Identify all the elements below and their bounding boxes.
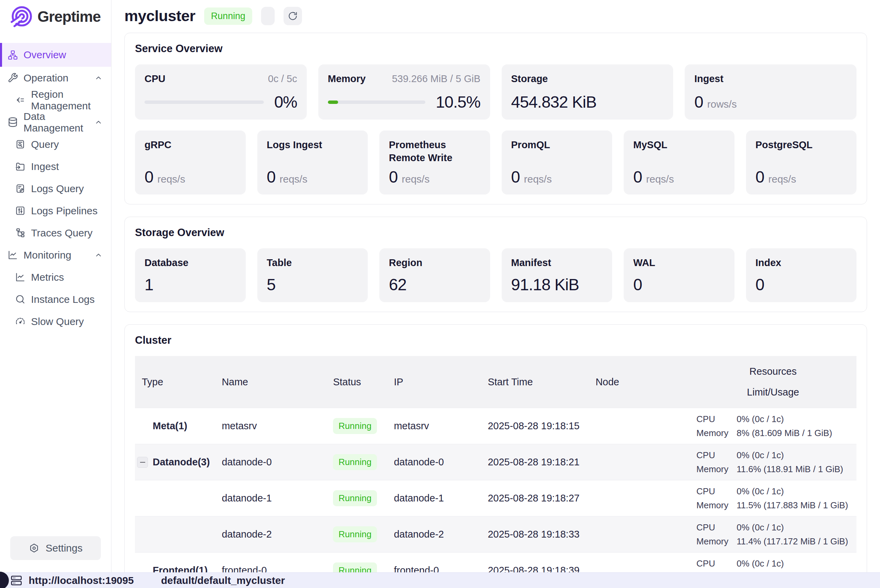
- collapse-button[interactable]: [137, 457, 148, 468]
- service-cards-row-1: CPU 0c / 5c 0% Memory 539.266 MiB / 5 Gi…: [135, 64, 856, 120]
- storage-value: 454.832 KiB: [511, 93, 597, 111]
- res-mem-label: Memory: [696, 464, 736, 474]
- settings-button[interactable]: Settings: [10, 536, 101, 560]
- cell-name: metasrv: [215, 420, 326, 432]
- cell-start-time: 2025-08-28 19:18:15: [481, 420, 589, 432]
- grpc-unit: reqs/s: [158, 173, 185, 184]
- col-limit-usage: Limit/Usage: [747, 387, 799, 398]
- table-row-frontend: Frontend(1) frontend-0 Running frontend-…: [135, 552, 856, 572]
- minus-icon: [140, 462, 145, 463]
- database-icon: [8, 117, 18, 128]
- sidebar-nav: Overview Operation Region Management: [0, 43, 111, 333]
- region-value: 62: [389, 275, 481, 294]
- table-row-datanode-2: datanode-2 Running datanode-2 2025-08-28…: [135, 516, 856, 552]
- service-overview-panel: Service Overview CPU 0c / 5c 0%: [125, 33, 867, 204]
- cpu-card: CPU 0c / 5c 0%: [135, 64, 307, 120]
- status-bar: http://localhost:19095 default/default_m…: [0, 572, 880, 588]
- mysql-label: MySQL: [633, 139, 725, 152]
- promql-value: 0: [511, 168, 520, 186]
- sidebar-item-logs-query[interactable]: Logs Query: [0, 177, 111, 200]
- sidebar-item-metrics[interactable]: Metrics: [0, 266, 111, 288]
- database-label: Database: [144, 256, 236, 270]
- cell-start-time: 2025-08-28 19:18:39: [481, 565, 589, 572]
- res-cpu-value: 0% (0c / 1c): [736, 486, 784, 497]
- database-value: 1: [144, 275, 236, 294]
- cpu-progress-track: [144, 100, 264, 104]
- memory-label: Memory: [328, 73, 366, 86]
- cpu-label: CPU: [144, 73, 165, 86]
- cluster-title: mycluster: [125, 7, 195, 25]
- manifest-label: Manifest: [511, 256, 603, 270]
- cell-resources: CPU0% (0c / 1c) Memory8% (81.609 MiB / 1…: [689, 409, 856, 443]
- cell-resources: CPU0% (0c / 1c) Memory11.6% (118.91 MiB …: [689, 445, 856, 479]
- cluster-action-button[interactable]: [261, 7, 275, 25]
- res-cpu-label: CPU: [696, 486, 736, 497]
- sliders-icon: [15, 206, 26, 216]
- mysql-card: MySQL 0reqs/s: [624, 130, 734, 195]
- region-management-icon: [15, 95, 26, 105]
- sidebar-item-instance-logs[interactable]: Instance Logs: [0, 288, 111, 310]
- sidebar-item-label: Query: [31, 139, 59, 150]
- cell-ip: datanode-2: [387, 529, 481, 540]
- file-edit-icon: [15, 183, 26, 194]
- row-status-badge: Running: [333, 526, 377, 542]
- cpu-percent: 0%: [274, 93, 297, 111]
- service-cards-row-2: gRPC 0reqs/s Logs Ingest 0reqs/s Prometh…: [135, 130, 856, 195]
- res-cpu-value: 0% (0c / 1c): [736, 522, 784, 533]
- col-type: Type: [135, 356, 215, 408]
- greptime-logo[interactable]: Greptime: [0, 0, 111, 33]
- sidebar-item-ingest[interactable]: Ingest: [0, 155, 111, 177]
- cell-type: Meta(1): [135, 420, 215, 432]
- prometheus-remote-write-label: Prometheus Remote Write: [389, 139, 481, 164]
- sidebar-item-region-management[interactable]: Region Management: [0, 89, 111, 111]
- sidebar-item-overview[interactable]: Overview: [0, 43, 111, 67]
- sidebar-item-data-management[interactable]: Data Management: [0, 111, 111, 133]
- sidebar-item-slow-query[interactable]: Slow Query: [0, 310, 111, 333]
- greptime-logo-icon: [10, 6, 33, 28]
- tree-icon: [15, 228, 26, 238]
- sidebar-item-label: Overview: [24, 49, 66, 61]
- logs-ingest-card: Logs Ingest 0reqs/s: [257, 130, 368, 195]
- col-ip: IP: [387, 356, 481, 408]
- search-icon: [15, 294, 26, 304]
- sidebar: Greptime Overview Operation: [0, 0, 111, 572]
- res-mem-label: Memory: [696, 500, 736, 511]
- storage-card: Storage 454.832 KiB: [502, 64, 673, 120]
- sidebar-item-operation[interactable]: Operation: [0, 67, 111, 89]
- res-mem-value: 11.6% (118.91 MiB / 1 GiB): [736, 464, 843, 474]
- index-card: Index 0: [746, 248, 857, 302]
- sidebar-item-monitoring[interactable]: Monitoring: [0, 244, 111, 266]
- service-overview-title: Service Overview: [135, 43, 856, 55]
- sidebar-item-query[interactable]: Query: [0, 133, 111, 155]
- cell-type: Frontend(1): [135, 565, 215, 572]
- col-resources-title: Resources: [749, 366, 797, 377]
- sidebar-item-logs-pipelines[interactable]: Logs Pipelines: [0, 200, 111, 222]
- manifest-value: 91.18 KiB: [511, 275, 603, 294]
- sidebar-item-label: Ingest: [31, 161, 59, 172]
- table-card: Table 5: [257, 248, 368, 302]
- postgresql-label: PostgreSQL: [755, 139, 847, 152]
- memory-limit: 539.266 MiB / 5 GiB: [392, 73, 481, 84]
- res-cpu-value: 0% (0c / 1c): [736, 558, 784, 569]
- ingest-unit: rows/s: [707, 99, 737, 110]
- database-selector[interactable]: default/default_mycluster: [161, 575, 285, 586]
- mysql-value: 0: [633, 168, 642, 186]
- postgresql-unit: reqs/s: [768, 173, 796, 184]
- row-status-badge: Running: [333, 418, 377, 434]
- col-start-time: Start Time: [481, 356, 589, 408]
- gear-icon: [29, 543, 39, 554]
- sidebar-item-traces-query[interactable]: Traces Query: [0, 222, 111, 244]
- ingest-label: Ingest: [694, 73, 723, 86]
- region-card: Region 62: [379, 248, 490, 302]
- host-url[interactable]: http://localhost:19095: [29, 575, 134, 586]
- cluster-table: Type Name Status IP Start Time Node Reso…: [135, 356, 856, 572]
- brand-name: Greptime: [38, 8, 101, 25]
- cell-start-time: 2025-08-28 19:18:33: [481, 529, 589, 540]
- memory-progress-track: [328, 100, 426, 104]
- sidebar-item-label: Slow Query: [31, 316, 84, 327]
- sidebar-item-label: Monitoring: [24, 249, 71, 261]
- refresh-button[interactable]: [284, 7, 302, 25]
- cell-ip: datanode-1: [387, 493, 481, 504]
- edge-widget[interactable]: [0, 572, 9, 588]
- res-mem-label: Memory: [696, 536, 736, 547]
